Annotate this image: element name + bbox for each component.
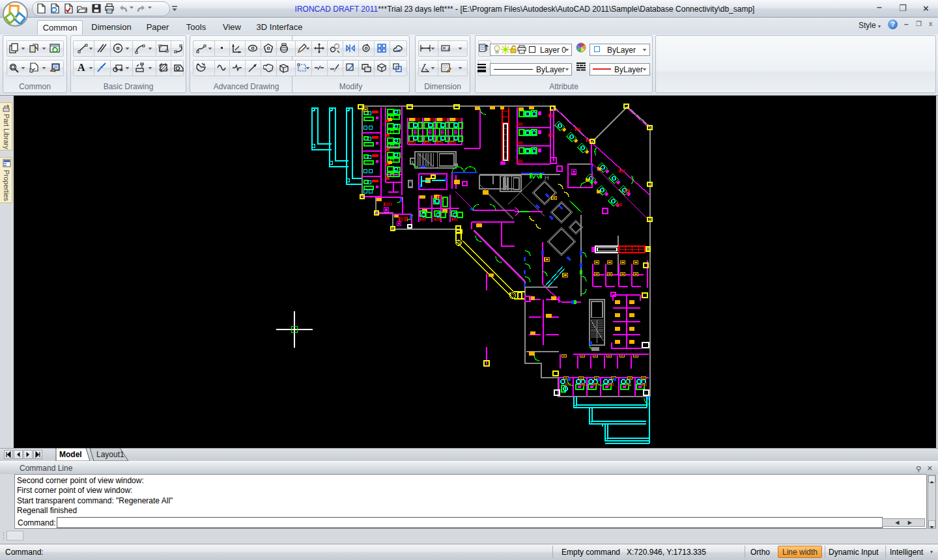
svg-text:.1: .1 bbox=[446, 47, 450, 51]
svg-text:A: A bbox=[78, 62, 85, 73]
svg-text:H: H bbox=[545, 175, 549, 181]
